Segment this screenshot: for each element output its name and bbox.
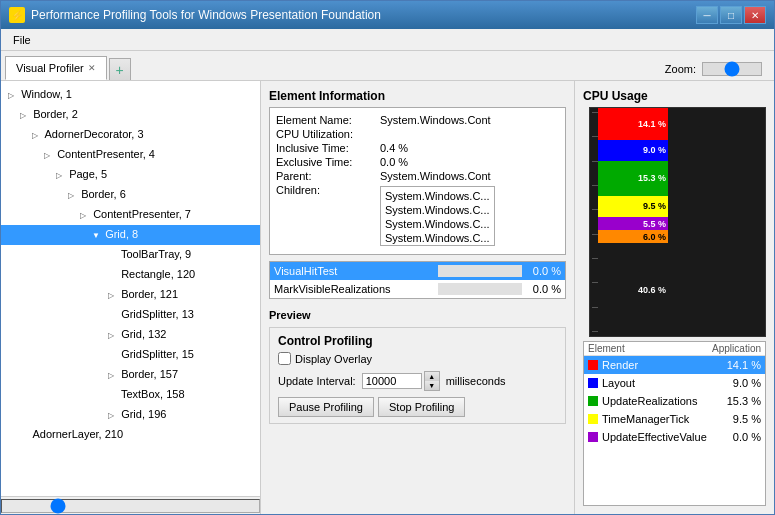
tree-arrow-icon	[108, 268, 118, 284]
tree-item[interactable]: ToolBarTray, 9	[1, 245, 260, 265]
info-label-name: Element Name:	[276, 114, 376, 126]
tree-item[interactable]: ▷ Border, 157	[1, 365, 260, 385]
cpu-usage-title: CPU Usage	[583, 89, 766, 103]
tick-mark	[592, 258, 598, 259]
tree-item[interactable]: ▷ Border, 6	[1, 185, 260, 205]
spinner-up-button[interactable]: ▲	[425, 372, 439, 381]
app-icon: ⚡	[9, 7, 25, 23]
tick-mark	[592, 209, 598, 210]
legend-row-update-effective[interactable]: UpdateEffectiveValue 0.0 %	[584, 428, 765, 446]
tree-scrollbar[interactable]	[1, 496, 260, 514]
info-label-exclusive: Exclusive Time:	[276, 156, 376, 168]
children-list[interactable]: System.Windows.C... System.Windows.C... …	[380, 186, 495, 246]
tick-mark	[592, 307, 598, 308]
cpu-segment-label: 15.3 %	[638, 173, 666, 183]
bar-percent: 0.0 %	[526, 283, 561, 295]
display-overlay-row: Display Overlay	[278, 352, 557, 365]
zoom-slider[interactable]	[702, 62, 762, 76]
legend-row-update-realizations[interactable]: UpdateRealizations 15.3 %	[584, 392, 765, 410]
close-button[interactable]: ✕	[744, 6, 766, 24]
tree-item[interactable]: ▷ Border, 2	[1, 105, 260, 125]
tree-arrow-icon	[108, 388, 118, 404]
tree-item[interactable]: GridSplitter, 13	[1, 305, 260, 325]
bar-row-mark-visible[interactable]: MarkVisibleRealizations 0.0 %	[270, 280, 565, 298]
info-value-name: System.Windows.Cont	[380, 114, 559, 126]
info-row-name: Element Name: System.Windows.Cont	[276, 114, 559, 126]
cpu-segment-label: 9.0 %	[643, 145, 666, 155]
legend-value: 14.1 %	[721, 359, 761, 371]
tree-arrow-icon: ▷	[56, 168, 66, 184]
zoom-area: Zoom:	[665, 62, 770, 80]
control-profiling-title: Control Profiling	[278, 334, 557, 348]
tree-item[interactable]: TextBox, 158	[1, 385, 260, 405]
element-info-box: Element Name: System.Windows.Cont CPU Ut…	[269, 107, 566, 255]
cpu-segment-label: 5.5 %	[643, 219, 666, 229]
minimize-button[interactable]: ─	[696, 6, 718, 24]
legend-label: UpdateEffectiveValue	[602, 431, 717, 443]
legend-row-layout[interactable]: Layout 9.0 %	[584, 374, 765, 392]
control-profiling-section: Control Profiling Display Overlay Update…	[269, 327, 566, 424]
menu-bar: File	[1, 29, 774, 51]
cpu-segment-blue: 9.0 %	[598, 140, 668, 161]
tree-item[interactable]: ▷ Grid, 132	[1, 325, 260, 345]
update-interval-input[interactable]	[362, 373, 422, 389]
legend-row-time-manager[interactable]: TimeManagerTick 9.5 %	[584, 410, 765, 428]
tree-item[interactable]: ▷ Page, 5	[1, 165, 260, 185]
children-item[interactable]: System.Windows.C...	[383, 231, 492, 245]
info-row-inclusive: Inclusive Time: 0.4 %	[276, 142, 559, 154]
legend-color-time	[588, 414, 598, 424]
info-value-exclusive: 0.0 %	[380, 156, 559, 168]
maximize-button[interactable]: □	[720, 6, 742, 24]
spinner-down-button[interactable]: ▼	[425, 381, 439, 390]
tree-arrow-icon: ▷	[108, 368, 118, 384]
tree-item[interactable]: ▷ ContentPresenter, 7	[1, 205, 260, 225]
main-window: ⚡ Performance Profiling Tools for Window…	[0, 0, 775, 515]
children-item[interactable]: System.Windows.C...	[383, 217, 492, 231]
tree-item-selected[interactable]: ▼ Grid, 8	[1, 225, 260, 245]
tree-item[interactable]: AdornerLayer, 210	[1, 425, 260, 445]
cpu-segment-label: 6.0 %	[643, 232, 666, 242]
menu-file[interactable]: File	[5, 32, 39, 48]
pause-profiling-button[interactable]: Pause Profiling	[278, 397, 374, 417]
tree-arrow-icon	[108, 248, 118, 264]
window-title: Performance Profiling Tools for Windows …	[31, 8, 381, 22]
tree-item[interactable]: ▷ ContentPresenter, 4	[1, 145, 260, 165]
tree-item[interactable]: ▷ Border, 121	[1, 285, 260, 305]
bar-label: VisualHitTest	[274, 265, 434, 277]
tab-close-icon[interactable]: ✕	[88, 63, 96, 73]
children-item[interactable]: System.Windows.C...	[383, 189, 492, 203]
profiling-buttons: Pause Profiling Stop Profiling	[278, 397, 557, 417]
tab-visual-profiler[interactable]: Visual Profiler ✕	[5, 56, 107, 80]
tree-item[interactable]: GridSplitter, 15	[1, 345, 260, 365]
tree-item[interactable]: ▷ AdornerDecorator, 3	[1, 125, 260, 145]
window-controls: ─ □ ✕	[696, 6, 766, 24]
spinner-buttons: ▲ ▼	[424, 371, 440, 391]
tree-arrow-icon: ▷	[108, 408, 118, 424]
cpu-segment-label: 14.1 %	[638, 119, 666, 129]
legend-label: UpdateRealizations	[602, 395, 717, 407]
tree-item[interactable]: ▷ Window, 1	[1, 85, 260, 105]
children-item[interactable]: System.Windows.C...	[383, 203, 492, 217]
stop-profiling-button[interactable]: Stop Profiling	[378, 397, 465, 417]
bar-row-visual-hit-test[interactable]: VisualHitTest 0.0 %	[270, 262, 565, 280]
info-row-children: Children: System.Windows.C... System.Win…	[276, 184, 559, 246]
legend-value: 9.0 %	[721, 377, 761, 389]
tick-mark	[592, 161, 598, 162]
info-label-inclusive: Inclusive Time:	[276, 142, 376, 154]
middle-panel: Element Information Element Name: System…	[261, 81, 574, 514]
tick-mark	[592, 136, 598, 137]
tree-arrow-icon	[108, 308, 118, 324]
title-bar: ⚡ Performance Profiling Tools for Window…	[1, 1, 774, 29]
tree-item[interactable]: Rectangle, 120	[1, 265, 260, 285]
cpu-segment-purple: 5.5 %	[598, 217, 668, 230]
tree-item[interactable]: ▷ Grid, 196	[1, 405, 260, 425]
tree-arrow-icon: ▷	[68, 188, 78, 204]
tree-horizontal-scrollbar[interactable]	[1, 499, 260, 513]
toolbar-area: Visual Profiler ✕ + Zoom:	[1, 51, 774, 81]
legend-label: Layout	[602, 377, 717, 389]
legend-row-render[interactable]: Render 14.1 %	[584, 356, 765, 374]
display-overlay-checkbox[interactable]	[278, 352, 291, 365]
add-tab-button[interactable]: +	[109, 58, 131, 80]
tick-mark	[592, 112, 598, 113]
cpu-segment-orange: 6.0 %	[598, 230, 668, 244]
